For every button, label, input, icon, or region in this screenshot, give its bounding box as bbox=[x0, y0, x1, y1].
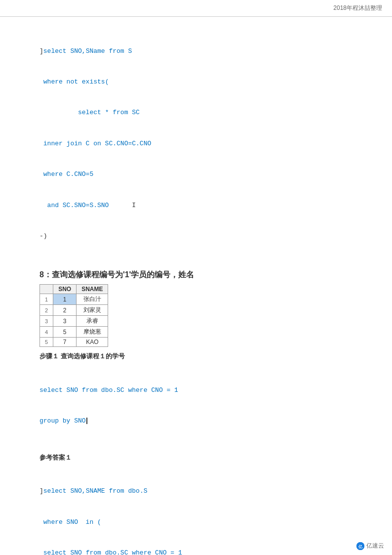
code-line: select * from SC bbox=[39, 108, 367, 118]
row-sno: 3 bbox=[53, 316, 77, 327]
section7-code: ]select SNO,SName from S where not exist… bbox=[39, 26, 367, 262]
row-sno: 2 bbox=[53, 305, 77, 316]
code-line: select SNO from dbo.SC where CNO = 1 bbox=[39, 548, 367, 555]
svg-text:亿: 亿 bbox=[358, 545, 363, 549]
code-line: and SC.SNO=S.SNO I bbox=[39, 201, 367, 211]
row-num: 5 bbox=[40, 338, 53, 347]
row-sname: 摩烧葱 bbox=[77, 327, 108, 338]
row-num: 4 bbox=[40, 327, 53, 338]
code-line: where SNO in ( bbox=[39, 517, 367, 528]
row-sno: 5 bbox=[53, 327, 77, 338]
row-num: 1 bbox=[40, 294, 53, 305]
table-sno-header: SNO bbox=[53, 285, 77, 294]
row-sname: 承睿 bbox=[77, 316, 108, 327]
row-num: 3 bbox=[40, 316, 53, 327]
code-line: inner join C on SC.CNO=C.CNO bbox=[39, 139, 367, 149]
header-title: 2018年程沐喆整理 bbox=[333, 4, 382, 11]
step1-code: select SNO from dbo.SC where CNO = 1 gro… bbox=[39, 365, 367, 447]
code-line: where not exists( bbox=[39, 77, 367, 87]
header-bar: 2018年程沐喆整理 bbox=[0, 0, 392, 17]
code-line: where C.CNO=5 bbox=[39, 170, 367, 180]
result-table: SNO SNAME 1 1 张白汁 2 2 刘家灵 3 3 承睿 4 5 bbox=[39, 284, 108, 347]
table-row: 3 3 承睿 bbox=[40, 316, 108, 327]
page-content: ]select SNO,SName from S where not exist… bbox=[0, 17, 392, 555]
row-sno: 7 bbox=[53, 338, 77, 347]
row-sname: KAO bbox=[77, 338, 108, 347]
footer: 亿 亿速云 bbox=[356, 542, 384, 550]
step1-heading: 步骤１ 查询选修课程１的学号 bbox=[39, 352, 367, 361]
ref1-code: ]select SNO,SNAME from dbo.S where SNO i… bbox=[39, 466, 367, 555]
ref1-label: 参考答案１ bbox=[39, 453, 367, 462]
code-line: ]select SNO,SNAME from dbo.S bbox=[39, 486, 367, 497]
table-row: 4 5 摩烧葱 bbox=[40, 327, 108, 338]
footer-logo-icon: 亿 bbox=[356, 542, 364, 550]
table-row: 1 1 张白汁 bbox=[40, 294, 108, 305]
table-sname-header: SNAME bbox=[77, 285, 108, 294]
row-sname: 刘家灵 bbox=[77, 305, 108, 316]
table-row-num-header bbox=[40, 285, 53, 294]
code-line: -) bbox=[39, 231, 367, 242]
row-num: 2 bbox=[40, 305, 53, 316]
footer-brand: 亿速云 bbox=[366, 542, 384, 550]
code-line: ]select SNO,SName from S bbox=[39, 46, 367, 57]
section8-heading: 8：查询选修课程编号为'1'学员的编号，姓名 bbox=[39, 270, 367, 280]
row-sname: 张白汁 bbox=[77, 294, 108, 305]
table-row: 5 7 KAO bbox=[40, 338, 108, 347]
row-sno: 1 bbox=[53, 294, 77, 305]
code-line: select SNO from dbo.SC where CNO = 1 bbox=[39, 385, 367, 396]
code-line: group by SNO bbox=[39, 416, 367, 427]
table-row: 2 2 刘家灵 bbox=[40, 305, 108, 316]
